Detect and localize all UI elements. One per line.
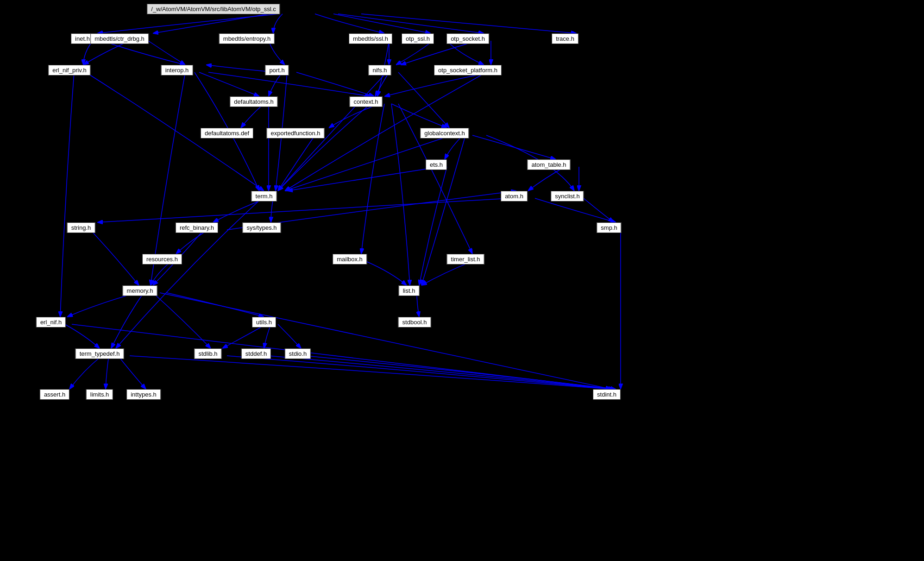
node-timer_list_h[interactable]: timer_list.h — [447, 254, 484, 265]
node-mbedtls_ssl[interactable]: mbedtls/ssl.h — [349, 33, 392, 44]
node-root[interactable]: /_w/AtomVM/AtomVM/src/libAtomVM/otp_ssl.… — [147, 4, 280, 14]
node-defaultatoms_def[interactable]: defaultatoms.def — [201, 128, 253, 139]
node-nifs_h[interactable]: nifs.h — [368, 65, 391, 76]
node-assert_h[interactable]: assert.h — [40, 389, 69, 400]
node-stdint_h[interactable]: stdint.h — [593, 389, 621, 400]
node-otp_socket_platform[interactable]: otp_socket_platform.h — [434, 65, 502, 76]
node-synclist_h[interactable]: synclist.h — [551, 191, 584, 202]
node-context_h[interactable]: context.h — [350, 96, 383, 107]
node-string_h[interactable]: string.h — [67, 222, 95, 233]
node-mbedtls_ctr[interactable]: mbedtls/ctr_drbg.h — [90, 33, 149, 44]
node-stdlib_h[interactable]: stdlib.h — [194, 348, 221, 359]
node-atom_h[interactable]: atom.h — [501, 191, 528, 202]
node-list_h[interactable]: list.h — [399, 285, 420, 296]
node-mailbox_h[interactable]: mailbox.h — [333, 254, 367, 265]
node-stddef_h[interactable]: stddef.h — [241, 348, 271, 359]
node-exportedfunction_h[interactable]: exportedfunction.h — [267, 128, 325, 139]
node-otp_ssl_h[interactable]: otp_ssl.h — [402, 33, 434, 44]
node-interop_h[interactable]: interop.h — [161, 65, 193, 76]
node-memory_h[interactable]: memory.h — [123, 285, 157, 296]
node-refc_binary_h[interactable]: refc_binary.h — [176, 222, 218, 233]
node-erl_nif_priv[interactable]: erl_nif_priv.h — [48, 65, 90, 76]
dependency-graph-edges — [0, 0, 924, 561]
node-stdbool_h[interactable]: stdbool.h — [398, 317, 431, 328]
node-sys_types_h[interactable]: sys/types.h — [242, 222, 281, 233]
node-defaultatoms_h[interactable]: defaultatoms.h — [230, 96, 277, 107]
node-resources_h[interactable]: resources.h — [142, 254, 182, 265]
node-smp_h[interactable]: smp.h — [597, 222, 621, 233]
node-inttypes_h[interactable]: inttypes.h — [126, 389, 161, 400]
node-globalcontext_h[interactable]: globalcontext.h — [420, 128, 469, 139]
node-erl_nif_h[interactable]: erl_nif.h — [36, 317, 66, 328]
node-term_h[interactable]: term.h — [251, 191, 277, 202]
node-utils_h[interactable]: utils.h — [252, 317, 276, 328]
node-trace_h[interactable]: trace.h — [552, 33, 578, 44]
node-port_h[interactable]: port.h — [265, 65, 289, 76]
node-term_typedef_h[interactable]: term_typedef.h — [75, 348, 124, 359]
node-limits_h[interactable]: limits.h — [86, 389, 113, 400]
node-atom_table_h[interactable]: atom_table.h — [527, 159, 570, 170]
node-ets_h[interactable]: ets.h — [426, 159, 447, 170]
node-stdio_h[interactable]: stdio.h — [285, 348, 311, 359]
node-otp_socket_h[interactable]: otp_socket.h — [446, 33, 489, 44]
node-mbedtls_entropy[interactable]: mbedtls/entropy.h — [219, 33, 275, 44]
